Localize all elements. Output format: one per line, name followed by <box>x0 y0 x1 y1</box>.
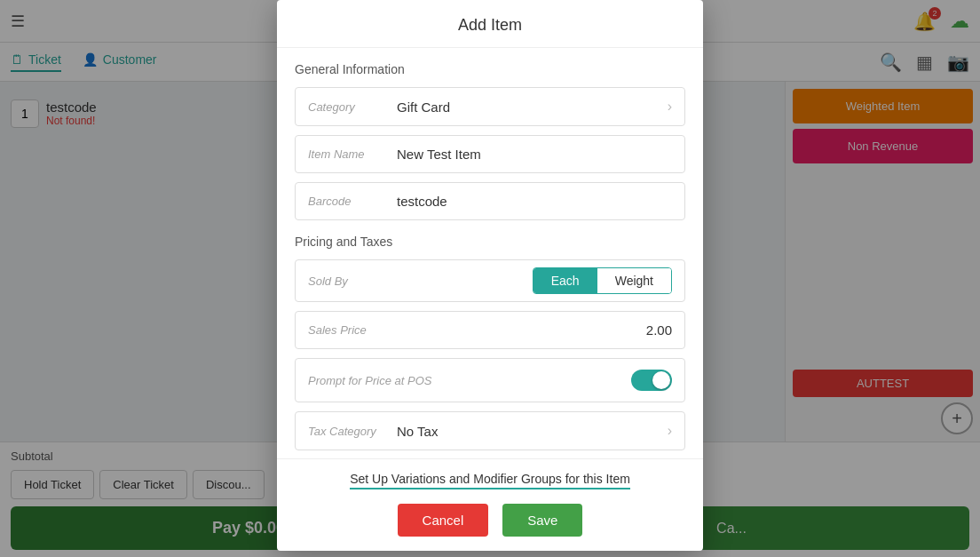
modal-body: General Information Category Gift Card ›… <box>277 48 703 458</box>
sold-by-weight-button[interactable]: Weight <box>597 268 671 293</box>
tax-category-value: No Tax <box>397 424 668 439</box>
barcode-field-value: testcode <box>397 194 672 209</box>
sold-by-toggle[interactable]: Each Weight <box>533 267 672 294</box>
item-name-field-label: Item Name <box>308 147 397 161</box>
toggle-track <box>631 370 672 391</box>
modal-header: Add Item <box>277 0 703 48</box>
prompt-price-toggle[interactable] <box>631 370 672 391</box>
sales-price-value: 2.00 <box>646 322 672 338</box>
sold-by-label: Sold By <box>308 275 397 288</box>
save-button[interactable]: Save <box>502 504 582 537</box>
sales-price-field[interactable]: Sales Price 2.00 <box>295 311 685 349</box>
barcode-field-label: Barcode <box>308 195 397 208</box>
variations-link[interactable]: Set Up Variations and Modifier Groups fo… <box>277 458 703 493</box>
modal-overlay: Add Item General Information Category Gi… <box>0 0 980 557</box>
item-name-field-value: New Test Item <box>397 147 672 162</box>
category-field-label: Category <box>308 100 397 114</box>
prompt-price-field[interactable]: Prompt for Price at POS <box>295 358 685 402</box>
variations-link-text: Set Up Variations and Modifier Groups fo… <box>350 472 630 489</box>
toggle-thumb <box>652 371 670 389</box>
cancel-button[interactable]: Cancel <box>398 504 489 537</box>
modal-title: Add Item <box>458 16 522 34</box>
pricing-section: Pricing and Taxes Sold By Each Weight Sa… <box>295 235 685 450</box>
sold-by-row: Sold By Each Weight <box>295 259 685 302</box>
category-chevron-icon: › <box>668 99 672 115</box>
modal-actions: Cancel Save <box>277 493 703 551</box>
prompt-price-label: Prompt for Price at POS <box>308 374 631 387</box>
category-field[interactable]: Category Gift Card › <box>295 87 685 126</box>
general-info-section-label: General Information <box>295 62 685 76</box>
add-item-modal: Add Item General Information Category Gi… <box>277 0 703 551</box>
pricing-section-label: Pricing and Taxes <box>295 235 685 249</box>
category-field-value: Gift Card <box>397 99 668 115</box>
tax-chevron-icon: › <box>668 423 672 439</box>
item-name-field[interactable]: Item Name New Test Item <box>295 135 685 173</box>
barcode-field[interactable]: Barcode testcode <box>295 182 685 220</box>
tax-category-field[interactable]: Tax Category No Tax › <box>295 411 685 450</box>
tax-category-label: Tax Category <box>308 425 397 438</box>
sold-by-each-button[interactable]: Each <box>533 268 597 293</box>
sales-price-label: Sales Price <box>308 323 646 337</box>
